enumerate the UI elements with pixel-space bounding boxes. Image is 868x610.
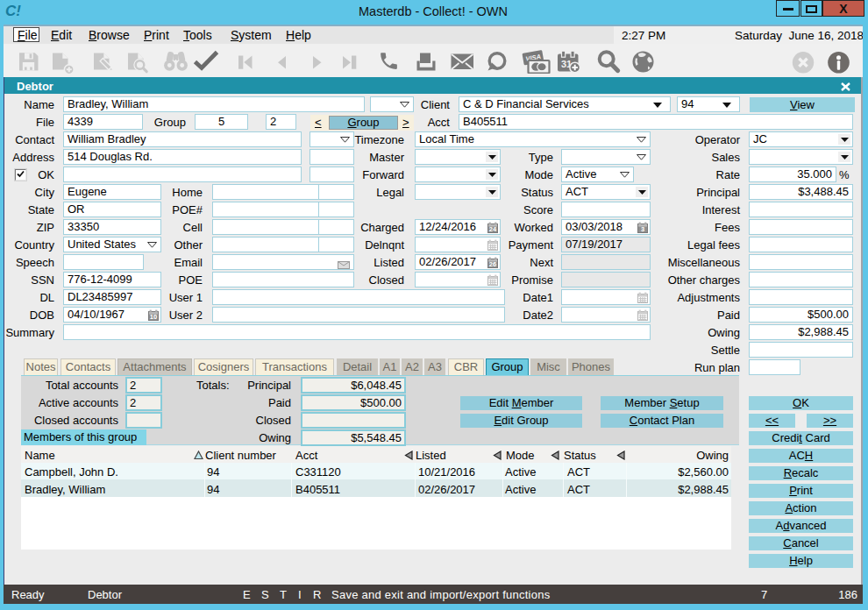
svg-text:10: 10: [150, 313, 157, 321]
svg-text:24: 24: [489, 225, 497, 233]
svg-text:26: 26: [489, 260, 496, 268]
svg-text:3: 3: [641, 225, 644, 233]
